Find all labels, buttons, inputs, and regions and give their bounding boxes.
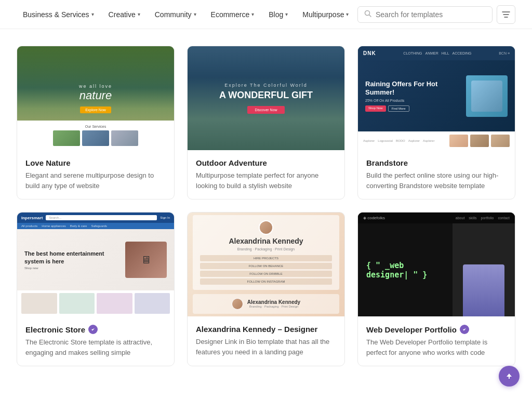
card-description-outdoor: Multipurpose template perfect for anyone… (196, 170, 336, 191)
preview-brandstore-cart: BCN ≡ (499, 51, 510, 55)
chevron-down-icon: ▾ (91, 11, 94, 17)
preview-estore-header: Inpersmart Search... Sign In (17, 212, 174, 223)
card-description-love-nature: Elegant and serene multipurpose design t… (25, 170, 166, 191)
card-preview-love-nature: we all love nature Explore Now Our Servi… (17, 46, 174, 150)
preview-brandstore-headline: Raining Offers For Hot Summer! (365, 80, 458, 96)
card-preview-estore: Inpersmart Search... Sign In All product… (17, 212, 174, 316)
nav-menu: Business & Services ▾ Creative ▾ Communi… (17, 7, 357, 22)
preview-estore-product-img: 🖥 (125, 242, 167, 278)
nav-item-blog[interactable]: Blog ▾ (262, 7, 294, 22)
card-title-outdoor: Outdoor Adventure (196, 158, 267, 167)
preview-estore-hero: The best home entertainment system is he… (17, 229, 174, 290)
svg-line-1 (369, 15, 371, 17)
preview-brandstore-sub: 25% Off On All Products (365, 99, 458, 102)
nav-label-blog: Blog (269, 10, 283, 19)
template-card-love-nature[interactable]: we all love nature Explore Now Our Servi… (17, 46, 175, 200)
preview-estore-headline: The best home entertainment system is he… (24, 250, 119, 265)
preview-designer-title2: Branding · Packaging · Print Design (247, 305, 300, 308)
nav-item-business[interactable]: Business & Services ▾ (17, 7, 100, 22)
preview-webdev-code-display: { " _web designer| " } (358, 223, 453, 316)
preview-lovenature-big: nature (79, 89, 112, 102)
card-content-brandstore: Brandstore Build the perfect online stor… (358, 150, 515, 199)
navbar: Business & Services ▾ Creative ▾ Communi… (0, 0, 532, 29)
preview-estore-subheader: All products Home appliances Body & care… (17, 223, 174, 229)
preview-brandstore-logos-row: Asplorer Logosocial BODO Asplorer Asplor… (358, 131, 515, 150)
card-description-brandstore: Build the perfect online store using our… (366, 170, 507, 191)
preview-designer-bio-bottom: Alexandrina Kennedy Branding · Packaging… (193, 294, 339, 314)
card-content-love-nature: Love Nature Elegant and serene multipurp… (17, 150, 174, 199)
chevron-down-icon: ▾ (285, 11, 288, 17)
preview-brandstore-hero: Raining Offers For Hot Summer! 25% Off O… (358, 60, 515, 131)
preview-designer-bio-top: Alexandrina Kennedy Branding · Packaging… (193, 215, 339, 290)
card-description-webdev: The Web Developer Portfolio template is … (366, 337, 507, 357)
preview-webdev-logo: ◈ codefolks (363, 216, 385, 220)
preview-brandstore-topbar: DNK CLOTHINGANMERHILLACCEDING BCN ≡ (358, 46, 515, 60)
filter-button[interactable] (497, 5, 515, 24)
templates-grid-container: we all love nature Explore Now Our Servi… (0, 29, 532, 383)
preview-outdoor-button: Discover Now (247, 106, 284, 114)
card-title-designer: Alexandrina Kennedy – Designer (196, 325, 317, 334)
nav-item-community[interactable]: Community ▾ (149, 7, 203, 22)
preview-brandstore-btn-shop: Shop Now (365, 105, 386, 112)
preview-webdev-hero: { " _web designer| " } (358, 223, 515, 316)
search-input[interactable] (376, 10, 486, 19)
preview-estore-logo: Inpersmart (21, 216, 43, 220)
preview-outdoor-sub: Explore The Colorful World (219, 83, 313, 88)
template-card-designer[interactable]: Alexandrina Kennedy Branding · Packaging… (187, 212, 345, 366)
preview-estore-sub: Shop now (24, 267, 119, 270)
templates-grid: we all love nature Explore Now Our Servi… (0, 29, 532, 383)
template-card-outdoor-adventure[interactable]: Explore The Colorful World A WONDERFUL G… (187, 46, 345, 200)
card-content-webdev: Web Developer Portfolio The Web Develope… (358, 316, 515, 366)
card-preview-webdev: ◈ codefolks aboutskillsportfoliocontact … (358, 212, 515, 316)
preview-designer-links: HIRE PROJECTS FOLLOW ON BEHANCE FOLLOW O… (200, 255, 332, 285)
nav-item-multipurpose[interactable]: Multipurpose ▾ (296, 7, 355, 22)
nav-label-multipurpose: Multipurpose (302, 10, 344, 19)
card-description-designer: Designer Link in Bio template that has a… (196, 337, 336, 357)
chevron-down-icon: ▾ (251, 11, 254, 17)
preview-brandstore-nav: CLOTHINGANMERHILLACCEDING (403, 51, 471, 55)
preview-brandstore-product-img (466, 75, 508, 117)
preview-lovenature-small: we all love (79, 84, 112, 89)
badge-webdev (460, 325, 469, 334)
badge-estore (88, 325, 98, 334)
scroll-to-top-button[interactable] (499, 366, 520, 383)
card-preview-outdoor: Explore The Colorful World A WONDERFUL G… (188, 46, 344, 150)
nav-label-ecommerce: Ecommerce (211, 10, 250, 19)
card-description-estore: The Electronic Store template is attract… (25, 337, 166, 357)
preview-designer-name: Alexandrina Kennedy (200, 237, 332, 246)
preview-webdev-code-text: { " _web designer| " } (366, 261, 444, 280)
nav-label-business: Business & Services (23, 10, 89, 19)
card-title-love-nature: Love Nature (25, 158, 71, 167)
card-preview-brandstore: DNK CLOTHINGANMERHILLACCEDING BCN ≡ Rain… (358, 46, 515, 150)
preview-estore-products (17, 290, 174, 316)
nav-label-creative: Creative (109, 10, 136, 19)
card-preview-designer: Alexandrina Kennedy Branding · Packaging… (188, 212, 344, 316)
chevron-down-icon: ▾ (194, 11, 196, 17)
chevron-down-icon: ▾ (346, 11, 349, 17)
nav-item-ecommerce[interactable]: Ecommerce ▾ (205, 7, 261, 22)
preview-designer-name2: Alexandrina Kennedy (247, 299, 300, 305)
card-content-designer: Alexandrina Kennedy – Designer Designer … (188, 316, 344, 365)
card-title-estore: Electronic Store (25, 325, 85, 334)
card-content-estore: Electronic Store The Electronic Store te… (17, 316, 174, 366)
search-box (357, 6, 493, 23)
preview-lovenature-button: Explore Now (80, 107, 111, 113)
nav-item-creative[interactable]: Creative ▾ (102, 7, 147, 22)
preview-lovenature-services: Our Services (17, 121, 174, 150)
template-card-webdev[interactable]: ◈ codefolks aboutskillsportfoliocontact … (357, 212, 515, 366)
preview-webdev-hero-image (453, 223, 515, 316)
preview-webdev-nav: aboutskillsportfoliocontact (456, 216, 510, 220)
preview-outdoor-main: A WONDERFUL GIFT (219, 90, 313, 101)
card-content-outdoor: Outdoor Adventure Multipurpose template … (188, 150, 344, 199)
card-title-webdev: Web Developer Portfolio (366, 325, 457, 334)
preview-estore-search: Search... (46, 215, 157, 220)
preview-webdev-header: ◈ codefolks aboutskillsportfoliocontact (358, 212, 515, 223)
template-card-brandstore[interactable]: DNK CLOTHINGANMERHILLACCEDING BCN ≡ Rain… (357, 46, 515, 200)
card-title-brandstore: Brandstore (366, 158, 408, 167)
template-card-electronic-store[interactable]: Inpersmart Search... Sign In All product… (17, 212, 175, 366)
preview-designer-title: Branding · Packaging · Print Design (200, 247, 332, 251)
search-icon (364, 10, 371, 19)
preview-brandstore-logo: DNK (363, 50, 376, 56)
chevron-down-icon: ▾ (138, 11, 140, 17)
nav-label-community: Community (155, 10, 192, 19)
